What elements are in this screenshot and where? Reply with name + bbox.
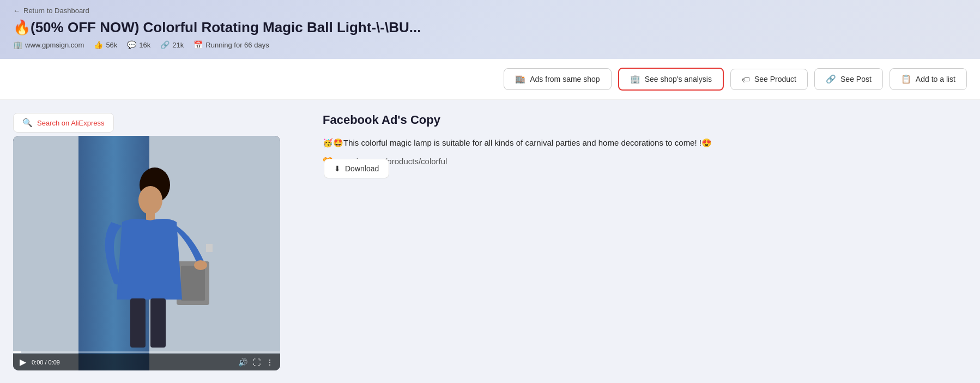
header-bar: ← Return to Dashboard 🔥(50% OFF NOW) Col… [0,0,980,59]
actions-bar: 🏬 Ads from same shop 🏢 See shop's analys… [0,59,980,100]
ads-from-shop-label: Ads from same shop [530,75,600,83]
ads-from-shop-button[interactable]: 🏬 Ads from same shop [504,68,611,90]
see-shop-analysis-button[interactable]: 🏢 See shop's analysis [618,68,724,91]
see-post-button[interactable]: 🔗 See Post [814,68,883,90]
likes-item: 👍 56k [94,40,117,49]
add-to-list-label: Add to a list [916,75,955,83]
main-content: 🔍 Search on AliExpress [0,100,980,383]
calendar-icon: 📅 [193,40,203,49]
ad-copy-text: 🥳🤩This colorful magic lamp is suitable f… [323,136,967,150]
back-label: Return to Dashboard [23,7,89,15]
volume-icon[interactable]: 🔊 [238,358,247,367]
see-shop-analysis-label: See shop's analysis [645,75,712,83]
share-icon: 🔗 [160,40,170,49]
see-product-button[interactable]: 🏷 See Product [730,69,808,90]
ad-copy-title: Facebook Ad's Copy [323,113,967,127]
svg-rect-9 [130,298,146,348]
svg-point-4 [138,186,162,214]
more-options-icon[interactable]: ⋮ [266,358,274,367]
search-aliexpress-button[interactable]: 🔍 Search on AliExpress [13,113,114,133]
shares-item: 🔗 21k [160,40,184,49]
video-controls-bar: ▶ 0:00 / 0:09 🔊 ⛶ ⋮ [13,354,280,370]
domain-item: 🏢 www.gpmsign.com [13,40,84,49]
video-player[interactable]: ▶ 0:00 / 0:09 🔊 ⛶ ⋮ [13,136,280,370]
analysis-icon: 🏢 [630,74,640,84]
see-post-label: See Post [840,75,872,83]
running-item: 📅 Running for 66 days [193,40,269,49]
right-panel: Facebook Ad's Copy 🥳🤩This colorful magic… [297,113,967,370]
search-red-icon: 🔍 [22,118,33,128]
search-ali-label: Search on AliExpress [37,119,105,127]
svg-point-6 [194,260,207,270]
play-button[interactable]: ▶ [20,357,26,367]
page-title: 🔥(50% OFF NOW) Colorful Rotating Magic B… [13,19,967,36]
comments-count: 16k [139,41,150,49]
tag-icon: 🏷 [742,75,750,84]
comments-item: 💬 16k [127,40,150,49]
download-icon: ⬇ [334,164,341,173]
video-scene: ▶ 0:00 / 0:09 🔊 ⛶ ⋮ [13,136,280,370]
shares-count: 21k [172,41,184,49]
svg-rect-1 [181,266,205,301]
download-label: Download [345,164,379,173]
link-btn-icon: 🔗 [826,74,836,84]
video-content-svg [13,136,280,370]
download-button[interactable]: ⬇ Download [324,159,389,178]
comment-icon: 💬 [127,40,136,49]
building-icon: 🏢 [13,40,22,49]
left-panel: 🔍 Search on AliExpress [13,113,297,370]
svg-rect-8 [206,244,213,252]
svg-rect-10 [150,298,166,348]
add-to-list-button[interactable]: 📋 Add to a list [890,68,967,90]
back-link[interactable]: ← Return to Dashboard [13,7,967,15]
video-progress-fill [13,351,21,353]
ad-copy-link: 🧡 gpmsign.com/products/colorful [323,157,967,166]
fullscreen-icon[interactable]: ⛶ [253,358,261,367]
video-progress-bar[interactable] [13,351,280,353]
running-text: Running for 66 days [205,41,269,49]
domain-text: www.gpmsign.com [25,41,84,49]
meta-row: 🏢 www.gpmsign.com 👍 56k 💬 16k 🔗 21k 📅 Ru… [13,40,967,49]
shop-icon: 🏬 [515,74,525,84]
likes-count: 56k [106,41,117,49]
see-product-label: See Product [754,75,796,83]
thumbup-icon: 👍 [94,40,103,49]
video-time: 0:00 / 0:09 [32,359,60,366]
list-icon: 📋 [901,74,911,84]
arrow-left-icon: ← [13,7,20,15]
